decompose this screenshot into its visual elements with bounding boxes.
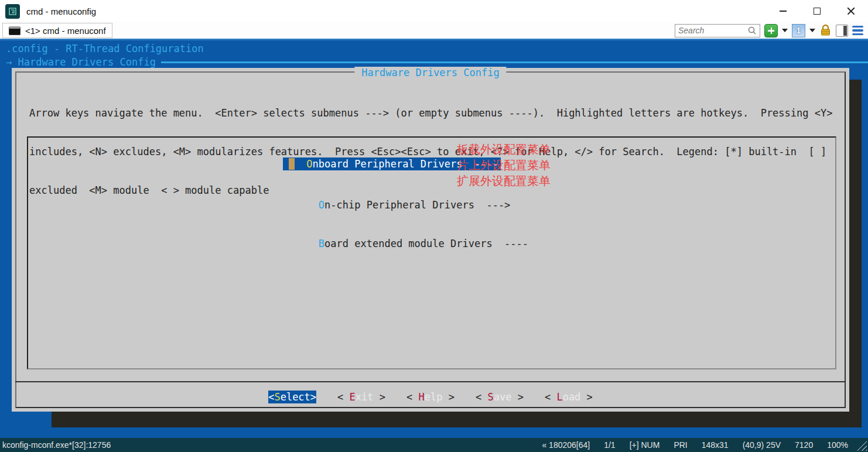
config-header: .config - RT-Thread Configuration	[6, 43, 204, 54]
status-console-size: 148x31	[702, 440, 729, 450]
close-icon	[847, 7, 855, 15]
tab-bar: <1> cmd - menuconf 1	[0, 22, 868, 39]
save-button[interactable]: < Save >	[476, 391, 524, 403]
dialog-buttons: <Select> < Exit > < Help > < Save > < Lo…	[12, 391, 849, 403]
annotation-onboard: 板载外设配置菜单	[457, 142, 551, 157]
terminal-screen: .config - RT-Thread Configuration → Hard…	[0, 39, 868, 438]
search-box	[675, 24, 760, 37]
select-button[interactable]: <Select>	[268, 391, 316, 403]
help-button[interactable]: < Help >	[406, 391, 454, 403]
menu-item-board-extended-module-drivers[interactable]: Board extended module Drivers ----	[223, 224, 528, 237]
load-button[interactable]: < Load >	[545, 391, 593, 403]
dialog-shadow-bottom	[52, 412, 862, 427]
status-priority: PRI	[674, 440, 687, 450]
status-buffer: 7120	[795, 440, 813, 450]
minimize-icon	[780, 11, 787, 12]
annotation-onchip: 片上外设配置菜单	[457, 157, 551, 173]
status-zoom: 100%	[827, 440, 848, 450]
console-tab[interactable]: <1> cmd - menuconf	[2, 23, 112, 38]
status-cursor-pos: (40,9) 25V	[743, 440, 781, 450]
terminal-cursor	[289, 158, 295, 170]
menu-list-box: Onboard Peripheral Drivers ---- On-chip …	[27, 136, 836, 369]
buttons-separator	[15, 381, 846, 382]
instructions-line: Arrow keys navigate the menu. <Enter> se…	[29, 107, 832, 119]
breadcrumb-text	[12, 56, 18, 68]
active-console-button[interactable]: 1	[792, 24, 805, 37]
resize-grip[interactable]	[857, 441, 867, 451]
lock-icon[interactable]	[819, 24, 832, 37]
exit-button[interactable]: < Exit >	[337, 391, 385, 403]
menu-item-hotkey: O	[319, 199, 324, 211]
dialog-shadow-right	[849, 80, 862, 427]
view-panel-icon[interactable]	[836, 25, 848, 37]
minimize-button[interactable]	[766, 0, 800, 22]
breadcrumb-arrow-icon: →	[6, 56, 12, 68]
status-console-count: 1/1	[604, 440, 615, 450]
annotation-extended: 扩展外设配置菜单	[457, 173, 551, 189]
menu-item-hotkey: O	[306, 157, 312, 170]
menu-item-hotkey: B	[319, 238, 324, 249]
search-input[interactable]	[678, 26, 747, 35]
process-info: kconfig-mconf.exe*[32]:12756	[2, 440, 111, 450]
window-title: cmd - menuconfig	[26, 6, 96, 16]
maximize-button[interactable]	[800, 0, 834, 22]
status-console-id: « 180206[64]	[542, 440, 590, 450]
search-icon	[747, 26, 757, 35]
close-button[interactable]	[834, 0, 868, 22]
tab-label: <1> cmd - menuconf	[25, 26, 106, 36]
console-list-dropdown-icon[interactable]	[809, 29, 815, 32]
title-bar: cmd - menuconfig	[0, 0, 868, 22]
menu-item-label: n-chip Peripheral Drivers --->	[324, 199, 510, 211]
main-menu-button[interactable]	[852, 26, 863, 36]
app-window: cmd - menuconfig <1> cmd - menuconf 1	[0, 0, 868, 452]
status-bar: kconfig-mconf.exe*[32]:12756 « 180206[64…	[0, 438, 868, 452]
conemu-logo-icon	[5, 4, 20, 19]
dialog-title: Hardware Drivers Config	[354, 67, 506, 78]
console-icon	[9, 26, 20, 35]
menu-item-label: oard extended module Drivers ----	[324, 238, 528, 249]
status-numlock: [+] NUM	[630, 440, 660, 450]
maximize-icon	[814, 8, 821, 15]
menuconfig-dialog: Hardware Drivers Config Arrow keys navig…	[12, 68, 849, 412]
new-console-dropdown-icon[interactable]	[782, 29, 788, 32]
new-console-button[interactable]	[764, 24, 778, 37]
breadcrumb-rule	[161, 61, 868, 63]
